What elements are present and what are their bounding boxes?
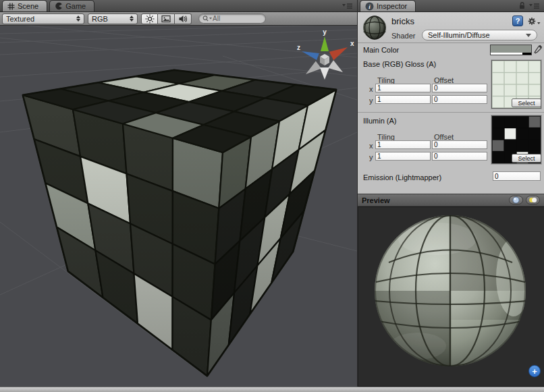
main-color-value [491,45,531,53]
lock-icon[interactable] [518,1,526,10]
illumin-y-row-label: y [369,153,373,161]
preview-lighting-button[interactable] [526,196,540,204]
scene-render[interactable]: y x z [0,26,357,387]
tab-inspector-label: Inspector [377,2,407,10]
main-color-swatch[interactable] [490,45,532,55]
illumin-texture-label: Illumin (A) [363,117,397,125]
preview-header[interactable]: Preview [358,194,544,206]
material-preview-sphere[interactable] [358,207,544,386]
main-color-label: Main Color [363,46,399,54]
eyedropper-icon[interactable] [534,44,543,55]
help-icon: ? [516,17,520,25]
illumin-offset-y-input[interactable] [432,152,487,161]
grid-icon [7,3,15,10]
preview-area[interactable]: + [358,206,544,387]
axis-y-label: y [323,28,327,36]
help-button[interactable]: ? [512,16,523,26]
tab-scene[interactable]: Scene [2,0,47,11]
select-button-label: Select [518,155,535,162]
search-icon [202,15,213,22]
shader-label: Shader [391,32,415,40]
material-name: bricks [391,16,414,26]
axis-z-label: z [297,44,300,51]
select-button-label: Select [518,100,535,107]
plus-icon: + [532,366,537,376]
illumin-x-row-label: x [369,142,373,150]
gear-icon [528,18,541,25]
axis-x-label: x [350,40,354,47]
panel-menu-icon[interactable] [529,3,540,9]
illumin-offset-x-input[interactable] [432,140,487,149]
tab-inspector[interactable]: i Inspector [360,0,416,11]
tab-game[interactable]: Game [49,0,94,11]
image-icon [161,15,171,23]
updown-arrows-icon [73,16,80,22]
panel-menu-icon[interactable] [342,3,353,9]
scene-search-field[interactable] [198,13,266,24]
scene-search-input[interactable] [213,15,254,22]
chevron-down-icon [526,34,531,37]
color-mode-value: RGB [92,15,108,23]
scene-toggle-group [141,13,192,24]
skybox-toggle-button[interactable] [158,13,175,24]
scene-toolbar: Textured RGB [0,12,357,26]
updown-arrows-icon [126,16,134,22]
preview-title: Preview [362,196,390,204]
shader-dropdown[interactable]: Self-Illumin/Diffuse [422,30,537,40]
base-tiling-y-input[interactable] [375,95,431,104]
base-offset-y-input[interactable] [432,95,487,104]
statusbar [0,387,544,392]
section-divider [358,112,544,113]
illumin-tiling-x-input[interactable] [375,140,431,149]
material-thumbnail-sphere [362,15,387,40]
scene-tabbar: Scene Game [0,0,357,12]
tab-game-label: Game [65,2,86,10]
color-mode-dropdown[interactable]: RGB [88,13,138,24]
base-texture-label: Base (RGB) Gloss (A) [363,60,436,68]
settings-button[interactable] [526,16,541,26]
illumin-tiling-y-input[interactable] [375,152,431,161]
draw-mode-value: Textured [6,15,34,23]
lighting-toggle-button[interactable] [141,13,158,24]
preview-mesh-button[interactable] [509,196,523,204]
preview-add-button[interactable]: + [528,365,541,377]
inspector-panel: i Inspector [357,0,544,387]
speaker-icon [178,15,188,23]
sphere-icon [512,196,520,204]
emission-label: Emission (Lightmapper) [363,173,441,181]
scene-panel: Scene Game Textured RGB [0,0,357,387]
game-icon [55,2,63,10]
material-header: bricks Shader Self-Illumin/Diffuse ? [358,12,544,43]
base-texture-select-button[interactable]: Select [512,99,541,107]
info-icon: i [365,2,374,11]
inspector-content: bricks Shader Self-Illumin/Diffuse ? [358,12,544,387]
inspector-tabbar: i Inspector [358,0,544,12]
draw-mode-dropdown[interactable]: Textured [2,13,84,24]
illumin-texture-select-button[interactable]: Select [512,154,541,163]
base-y-row-label: y [369,96,373,105]
base-x-row-label: x [369,85,373,93]
audio-toggle-button[interactable] [175,13,192,24]
lights-icon [528,196,537,204]
tab-scene-label: Scene [18,2,38,10]
base-tiling-x-input[interactable] [375,84,431,92]
base-offset-x-input[interactable] [432,84,487,92]
main-color-alpha-bar [491,53,531,55]
emission-input[interactable] [493,171,541,181]
shader-value: Self-Illumin/Diffuse [428,31,490,39]
scene-viewport[interactable]: y x z [0,26,357,387]
sun-icon [145,14,155,24]
